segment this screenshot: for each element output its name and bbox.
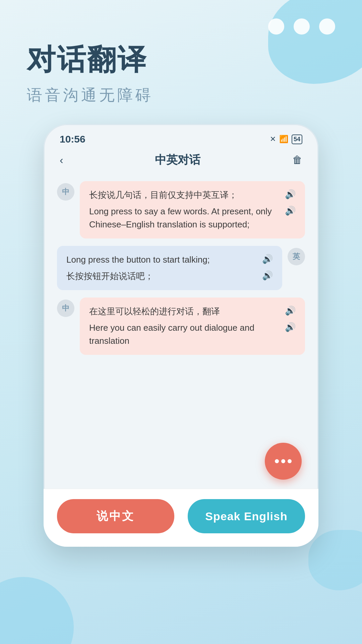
wifi-icon: 📶 [279,135,288,144]
bubble-text-1a: 长按说几句话，目前仅支持中英互译； [89,189,285,202]
status-time: 10:56 [60,133,85,145]
float-dot-3 [288,459,292,463]
bubble-text-2a: Long press the button to start talking; [66,253,262,266]
sim-icon: ✕ [270,135,276,144]
back-button[interactable]: ‹ [60,154,63,166]
sound-icon-3b[interactable]: 🔊 [285,322,296,332]
hero-subtitle: 语音沟通无障碍 [27,85,154,106]
bubble-text-3a: 在这里可以轻松的进行对话，翻译 [89,305,285,318]
trash-button[interactable]: 🗑 [292,154,302,166]
status-icons: ✕ 📶 54 [270,135,302,144]
float-dot-1 [275,459,279,463]
bubble-pink-1: 长按说几句话，目前仅支持中英互译； 🔊 Long press to say a … [80,181,305,238]
blob-decoration-top [268,0,362,84]
blob-dot-3 [319,18,335,35]
bubble-pink-2: 在这里可以轻松的进行对话，翻译 🔊 Here you can easily ca… [80,298,305,355]
bubble-text-2b: 长按按钮开始说话吧； [66,270,262,283]
avatar-zhong-1: 中 [57,183,74,201]
blob-dot-2 [294,18,310,35]
bubble-text-3b: Here you can easily carry out dialogue a… [89,321,285,347]
bubble-line-3b: Here you can easily carry out dialogue a… [89,321,296,347]
bubble-line-1a: 长按说几句话，目前仅支持中英互译； 🔊 [89,189,296,202]
bubble-line-2a: Long press the button to start talking; … [66,253,273,266]
sound-icon-2a[interactable]: 🔊 [262,254,273,264]
sound-icon-2b[interactable]: 🔊 [262,270,273,281]
message-1: 中 长按说几句话，目前仅支持中英互译； 🔊 Long press to say … [57,181,305,238]
bubble-blue-1: Long press the button to start talking; … [57,246,282,290]
chat-dots [275,459,292,463]
sound-icon-1a[interactable]: 🔊 [285,189,296,200]
blob-decoration-bottom-left [0,577,74,644]
speak-chinese-button[interactable]: 说中文 [57,499,174,533]
bubble-line-1b: Long press to say a few words. At presen… [89,205,296,231]
avatar-ying-1: 英 [288,248,305,265]
phone-mockup: 10:56 ✕ 📶 54 ‹ 中英对话 🗑 中 长按说几句话，目前仅支持中英互译… [44,124,318,547]
blob-dot-1 [268,18,284,35]
chat-area: 中 长按说几句话，目前仅支持中英互译； 🔊 Long press to say … [44,174,318,362]
bubble-line-2b: 长按按钮开始说话吧； 🔊 [66,270,273,283]
avatar-zhong-2: 中 [57,300,74,317]
bubble-text-1b: Long press to say a few words. At presen… [89,205,285,231]
sound-icon-3a[interactable]: 🔊 [285,306,296,316]
bottom-bar: 说中文 Speak English [44,489,318,547]
speak-english-button[interactable]: Speak English [188,499,305,533]
message-3: 中 在这里可以轻松的进行对话，翻译 🔊 Here you can easily … [57,298,305,355]
status-bar: 10:56 ✕ 📶 54 [44,124,318,149]
sound-icon-1b[interactable]: 🔊 [285,206,296,216]
battery-icon: 54 [292,135,302,144]
nav-bar: ‹ 中英对话 🗑 [44,149,318,174]
floating-chat-button[interactable] [265,443,302,480]
bubble-line-3a: 在这里可以轻松的进行对话，翻译 🔊 [89,305,296,318]
message-2: 英 Long press the button to start talking… [57,246,305,290]
blob-dots-decoration [268,18,335,35]
hero-section: 对话翻译 语音沟通无障碍 [27,44,154,106]
float-dot-2 [281,459,285,463]
nav-title: 中英对话 [155,152,200,168]
hero-title: 对话翻译 [27,44,154,75]
